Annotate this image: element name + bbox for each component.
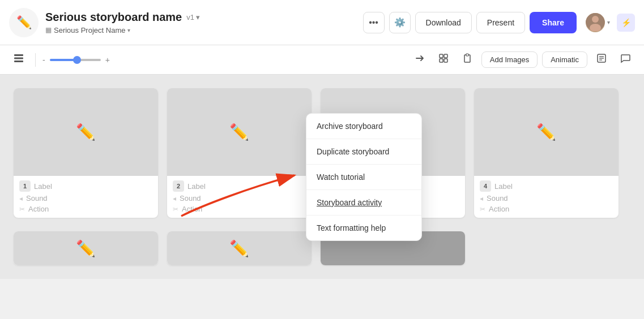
frame-preview-5: ✏️ xyxy=(14,231,158,265)
animatic-button[interactable]: Animatic xyxy=(542,51,587,68)
breadcrumb-chevron-icon: ▾ xyxy=(127,27,130,33)
dropdown-menu: Archive storyboard Duplicate storyboard … xyxy=(306,113,422,241)
frame-num-1: 1 xyxy=(19,180,31,192)
frame-info-1: 1Label ◂Sound ✂Action xyxy=(14,176,158,218)
toolbar-right: Add Images Animatic xyxy=(410,50,635,70)
settings-button[interactable]: ⚙️ xyxy=(389,12,411,33)
svg-rect-4 xyxy=(14,58,23,59)
svg-rect-8 xyxy=(440,59,443,62)
header-title-area: Serious storyboard name v1 ▾ ▦ Serious P… xyxy=(45,11,363,35)
project-name: Serious Project Name xyxy=(54,26,125,35)
pencil-icon: ✏️ xyxy=(16,15,32,30)
list-icon xyxy=(13,53,24,67)
avatar xyxy=(586,13,605,32)
layers-button[interactable] xyxy=(434,50,453,70)
svg-rect-6 xyxy=(440,54,443,58)
action-icon-1: ✂ xyxy=(19,205,25,213)
zoom-slider[interactable] xyxy=(50,59,101,61)
dropdown-item-formatting[interactable]: Text formatting help xyxy=(306,215,421,240)
avatar-initials xyxy=(586,13,605,32)
version-button[interactable]: v1 ▾ xyxy=(186,13,200,21)
frame-info-2: 2Label ◂Sound ✂Action xyxy=(167,176,312,218)
avatar-image xyxy=(586,13,605,32)
svg-point-1 xyxy=(592,16,599,23)
svg-rect-3 xyxy=(14,54,23,56)
logo-icon: ✏️ xyxy=(9,8,39,37)
frame-preview-6: ✏️ xyxy=(167,231,312,265)
comments-button[interactable] xyxy=(616,50,635,70)
dropdown-item-activity[interactable]: Storyboard activity xyxy=(306,190,421,215)
dropdown-item-duplicate[interactable]: Duplicate storyboard xyxy=(306,139,421,165)
frame-preview-4: ✏️ xyxy=(474,88,619,176)
frame-action-1: Action xyxy=(28,205,49,213)
frame-num-2: 2 xyxy=(173,180,184,192)
project-breadcrumb[interactable]: ▦ Serious Project Name ▾ xyxy=(45,26,363,35)
sound-icon-1: ◂ xyxy=(19,195,23,202)
frame-pencil-icon-6: ✏️ xyxy=(229,239,249,258)
layers-icon xyxy=(438,53,449,67)
frame-card-1[interactable]: ✏️ 1Label ◂Sound ✂Action xyxy=(14,88,158,218)
frame-card-4[interactable]: ✏️ 4Label ◂Sound ✂Action xyxy=(474,88,619,218)
clipboard-button[interactable] xyxy=(458,50,477,70)
download-button[interactable]: Download xyxy=(415,12,472,33)
share-button[interactable]: Share xyxy=(530,12,577,33)
frame-label-1: Label xyxy=(34,182,52,191)
arrow-right-button[interactable] xyxy=(410,50,429,70)
toolbar: - + Add Images Animatic xyxy=(0,45,644,75)
frame-label-4: Label xyxy=(494,182,513,191)
toolbar-divider xyxy=(35,53,36,67)
frame-num-4: 4 xyxy=(480,180,491,192)
notes-button[interactable] xyxy=(592,50,611,70)
frame-preview-2: ✏️ xyxy=(167,88,312,176)
frame-pencil-icon-4: ✏️ xyxy=(536,123,556,141)
zoom-out-button[interactable]: - xyxy=(42,55,45,64)
header-actions: ••• ⚙️ Download Present Share ▾ ⚡ xyxy=(363,12,635,33)
frame-preview-1: ✏️ xyxy=(14,88,158,176)
frame-card-6[interactable]: ✏️ xyxy=(167,231,312,265)
avatar-chevron-icon: ▾ xyxy=(607,19,610,25)
svg-rect-9 xyxy=(444,59,447,62)
frame-info-4: 4Label ◂Sound ✂Action xyxy=(474,176,619,218)
frame-action-2: Action xyxy=(182,205,202,213)
title-row: Serious storyboard name v1 ▾ xyxy=(45,11,363,24)
frame-sound-2: Sound xyxy=(180,194,201,202)
comment-icon xyxy=(620,53,631,67)
add-images-button[interactable]: Add Images xyxy=(481,51,538,68)
dropdown-item-tutorial[interactable]: Watch tutorial xyxy=(306,165,421,190)
more-icon: ••• xyxy=(369,18,378,28)
notes-icon xyxy=(596,53,607,67)
frame-card-2[interactable]: ✏️ 2Label ◂Sound ✂Action xyxy=(167,88,312,218)
header: ✏️ Serious storyboard name v1 ▾ ▦ Seriou… xyxy=(0,0,644,45)
project-folder-icon: ▦ xyxy=(45,26,52,34)
svg-rect-7 xyxy=(444,54,447,58)
arrow-right-icon xyxy=(414,53,425,67)
frame-card-5[interactable]: ✏️ xyxy=(14,231,158,265)
sound-icon-4: ◂ xyxy=(480,195,483,202)
avatar-area[interactable]: ▾ xyxy=(586,13,610,32)
action-icon-4: ✂ xyxy=(480,205,485,213)
frame-pencil-icon-1: ✏️ xyxy=(76,123,96,141)
frame-action-4: Action xyxy=(489,205,509,213)
storyboard-title: Serious storyboard name xyxy=(45,11,182,24)
frame-pencil-icon-5: ✏️ xyxy=(76,239,96,258)
frame-label-2: Label xyxy=(187,182,206,191)
frame-pencil-icon-2: ✏️ xyxy=(229,123,249,141)
frame-sound-4: Sound xyxy=(487,194,508,202)
frame-sound-1: Sound xyxy=(26,194,48,202)
lightning-button[interactable]: ⚡ xyxy=(617,14,635,32)
dropdown-item-archive[interactable]: Archive storyboard xyxy=(306,114,421,139)
svg-rect-5 xyxy=(14,61,23,62)
action-icon-2: ✂ xyxy=(173,205,178,213)
more-options-button[interactable]: ••• xyxy=(363,12,385,33)
gear-icon: ⚙️ xyxy=(394,17,406,28)
clipboard-icon xyxy=(462,53,473,67)
sound-icon-2: ◂ xyxy=(173,195,176,202)
zoom-in-button[interactable]: + xyxy=(105,55,110,64)
lightning-icon: ⚡ xyxy=(621,18,631,27)
svg-rect-11 xyxy=(466,54,468,56)
present-button[interactable]: Present xyxy=(476,12,525,33)
list-view-button[interactable] xyxy=(9,50,28,70)
content-area: ✏️ 1Label ◂Sound ✂Action ✏️ 2Label ◂Soun… xyxy=(0,75,644,279)
